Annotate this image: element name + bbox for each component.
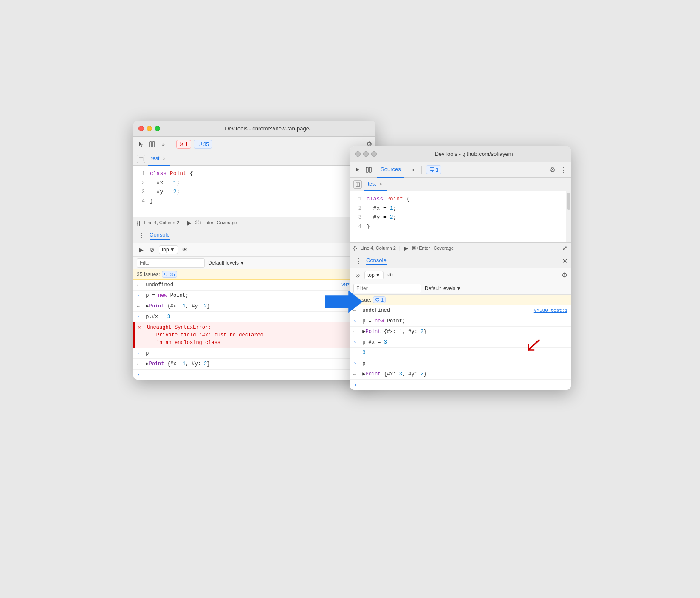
line-content-2: #x = 1; [148, 179, 375, 187]
right-more-icon[interactable]: ⋮ [560, 165, 567, 175]
code-line-4: 4 } [133, 197, 375, 206]
right-close-button[interactable] [355, 151, 361, 157]
right-top-selector[interactable]: top ▼ [364, 271, 384, 279]
test-tab-label: test [151, 155, 159, 161]
sources-tab[interactable]: Sources [377, 162, 404, 178]
right-console-input-row: › [350, 380, 571, 390]
right-code-line-4: 4 } [350, 222, 571, 231]
left-sources-panel: 1 class Point { 2 #x = 1; 3 #y = 2; 4 } [133, 166, 375, 217]
left-top-chevron: ▼ [170, 247, 175, 253]
right-console-badge-count: 1 [436, 167, 439, 173]
right-link-1[interactable]: VM580 test:1 [531, 307, 567, 314]
left-line-col: Line 4, Column 2 [144, 220, 179, 225]
right-scrollbar[interactable] [566, 191, 571, 242]
right-console-row-4: › p.#x = 3 [350, 337, 571, 348]
left-traffic-lights [138, 126, 160, 131]
right-test-tab[interactable]: test × [364, 178, 387, 191]
right-test-tab-close[interactable]: × [378, 181, 384, 187]
right-console-eye-icon[interactable]: 👁 [386, 271, 395, 279]
right-settings-icon[interactable]: ⚙ [550, 166, 556, 174]
right-issues-icon: 🗨 [429, 166, 435, 173]
left-filter-row: Default levels ▼ [133, 257, 375, 269]
right-more-tabs-icon[interactable]: » [409, 166, 417, 174]
left-console-eye-icon[interactable]: 👁 [181, 245, 189, 254]
close-button[interactable] [138, 126, 144, 131]
right-console-tab[interactable]: Console [366, 257, 387, 265]
right-filter-input[interactable] [353, 284, 421, 293]
line-num-2: 2 [133, 179, 148, 187]
test-tab[interactable]: test × [148, 152, 170, 166]
maximize-button[interactable] [155, 126, 160, 131]
run-icon[interactable]: ▶ [187, 220, 192, 226]
right-issues-badge[interactable]: 🗨 1 [373, 296, 386, 303]
console-row-1: ← undefined VM76 test:1 [133, 280, 375, 291]
right-console-issues-badge[interactable]: 🗨 1 [426, 165, 442, 174]
right-maximize-button[interactable] [371, 151, 377, 157]
test-tab-close[interactable]: × [161, 155, 167, 161]
left-console-tab[interactable]: Console [150, 231, 170, 240]
line-num-4: 4 [133, 197, 148, 205]
right-default-levels[interactable]: Default levels ▼ [425, 285, 461, 291]
console-row-7: ← ▶Point {#x: 1, #y: 2} [133, 359, 375, 370]
right-default-levels-chevron: ▼ [456, 285, 461, 291]
right-toolbar-divider [421, 166, 422, 174]
right-braces-icon[interactable]: {} [353, 245, 357, 251]
right-console-block-icon[interactable]: ⊘ [353, 271, 362, 279]
arrow-3: ← [137, 303, 143, 310]
line-content-3: #y = 2; [148, 188, 375, 196]
more-tabs-icon[interactable]: » [159, 140, 167, 149]
braces-icon[interactable]: {} [137, 220, 141, 226]
text-6: p [143, 350, 372, 357]
right-resize-icon[interactable]: ⤢ [562, 245, 567, 251]
right-filter-row: Default levels ▼ [350, 282, 571, 295]
minimize-button[interactable] [147, 126, 152, 131]
right-line-content-2: #x = 1; [365, 204, 571, 213]
right-line-num-2: 2 [350, 205, 365, 212]
right-code-area: 1 class Point { 2 #x = 1; 3 #y = 2; 4 } [350, 191, 571, 242]
panels-icon[interactable] [148, 140, 156, 149]
right-console-toolbar: ⊘ top ▼ 👁 ⚙ [350, 268, 571, 282]
svg-rect-4 [369, 167, 371, 172]
left-console-toolbar: ▶ ⊘ top ▼ 👁 [133, 243, 375, 257]
right-cursor-icon[interactable] [353, 166, 362, 174]
left-console-prompt: › [137, 372, 140, 378]
right-line-content-4: } [365, 223, 571, 231]
left-status-bar: {} Line 4, Column 2 | ▶ ⌘+Enter Coverage [133, 217, 375, 228]
left-filter-input[interactable] [137, 258, 205, 268]
right-console-gear-icon[interactable]: ⚙ [562, 271, 567, 279]
right-panel-left-icon[interactable]: ◫ [353, 180, 362, 189]
left-devtools-window: DevTools - chrome://new-tab-page/ » ✕ [133, 121, 375, 380]
left-run-shortcut: ⌘+Enter [195, 220, 214, 226]
left-console-run-icon[interactable]: ▶ [137, 245, 145, 254]
right-window-title: DevTools - github.com/sofiayem [382, 151, 566, 157]
console-row-6: › p [133, 348, 375, 359]
console-badge-count: 35 [203, 141, 209, 147]
right-arrow-3: ← [353, 328, 359, 336]
left-top-selector[interactable]: top ▼ [159, 245, 178, 254]
line-num-1: 1 [133, 170, 148, 178]
right-titlebar: DevTools - github.com/sofiayem [350, 146, 571, 162]
right-code-wrapper: 1 class Point { 2 #x = 1; 3 #y = 2; 4 } [350, 191, 571, 242]
right-minimize-button[interactable] [363, 151, 369, 157]
left-console-more-icon[interactable]: ⋮ [137, 231, 147, 240]
scene: DevTools - chrome://new-tab-page/ » ✕ [116, 108, 584, 490]
code-line-1: 1 class Point { [133, 169, 375, 178]
error-badge[interactable]: ✕ 1 [176, 140, 191, 149]
left-console-header: ⋮ Console [133, 228, 375, 243]
left-console-block-icon[interactable]: ⊘ [148, 245, 156, 254]
right-console-more-icon[interactable]: ⋮ [353, 257, 364, 265]
right-arrow-5: ← [353, 350, 359, 357]
left-issues-badge[interactable]: 🗨 35 [162, 271, 177, 278]
cursor-icon[interactable] [137, 140, 145, 149]
right-console-row-6: › p [350, 358, 571, 369]
right-run-icon[interactable]: ▶ [404, 245, 408, 251]
arrow-1: ← [137, 282, 143, 289]
console-issues-badge[interactable]: 🗨 35 [194, 140, 212, 149]
right-status-sep-1: | [399, 245, 401, 251]
right-console-close-icon[interactable]: ✕ [562, 257, 567, 265]
left-panel-left-icon[interactable]: ◫ [137, 155, 145, 163]
red-arrow-indicator [522, 338, 545, 357]
right-panels-icon[interactable] [364, 166, 373, 174]
left-default-levels[interactable]: Default levels ▼ [208, 260, 245, 266]
right-line-num-3: 3 [350, 214, 365, 221]
